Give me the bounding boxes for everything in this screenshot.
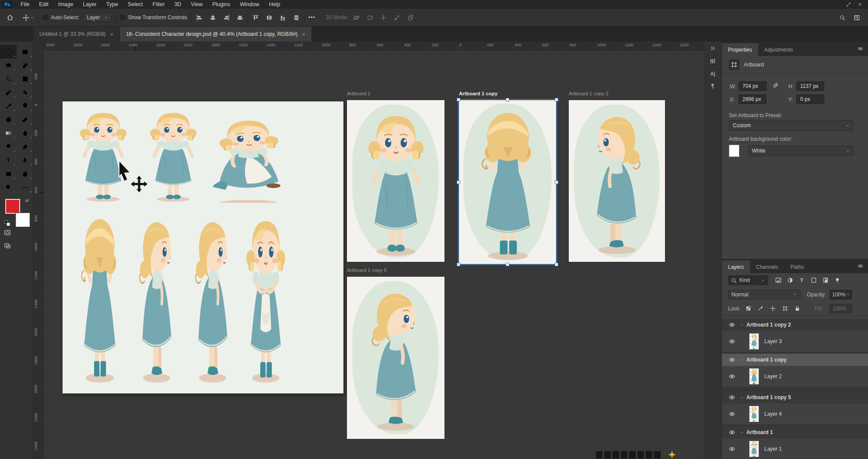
type-tool[interactable]: T	[0, 153, 17, 167]
menu-image[interactable]: Image	[53, 1, 78, 7]
artboard-label[interactable]: Artboard 1	[347, 91, 371, 97]
move-tool[interactable]	[0, 45, 17, 59]
foreground-color-swatch[interactable]	[5, 199, 20, 214]
layer-visibility-eye-icon[interactable]	[727, 429, 737, 436]
y-field[interactable]: 0 px	[796, 94, 824, 104]
close-tab-icon[interactable]: ×	[302, 31, 305, 38]
layer-visibility-eye-icon[interactable]	[727, 373, 737, 380]
photoshop-logo[interactable]: Ps	[3, 1, 12, 8]
artboard-label[interactable]: Artboard 1 copy 5	[347, 268, 387, 274]
menu-edit[interactable]: Edit	[34, 1, 53, 7]
filter-pixel-layers-icon[interactable]	[775, 277, 782, 284]
frame-tool[interactable]	[17, 72, 33, 86]
move-tool-indicator-icon[interactable]	[22, 14, 30, 21]
preset-dropdown[interactable]: Custom	[729, 120, 854, 131]
path-selection-tool[interactable]	[17, 153, 33, 167]
show-transform-controls-checkbox[interactable]	[120, 15, 125, 20]
lock-artboard-nesting-icon[interactable]	[782, 305, 788, 312]
width-field[interactable]: 704 px	[738, 81, 766, 91]
filter-type-layers-icon[interactable]: T	[798, 277, 805, 284]
tab-properties[interactable]: Properties	[722, 43, 758, 56]
artboard-label[interactable]: Artboard 1 copy 2	[569, 91, 609, 97]
layer-filter-toggle-icon[interactable]	[834, 277, 841, 284]
character-side-pose[interactable]	[357, 283, 434, 432]
3d-pan-icon[interactable]	[380, 14, 387, 21]
lock-image-pixels-icon[interactable]	[757, 305, 764, 312]
auto-select-target-dropdown[interactable]: Layer	[84, 13, 112, 22]
selection-handle[interactable]	[506, 98, 509, 101]
menu-select[interactable]: Select	[123, 1, 148, 7]
layer-visibility-eye-icon[interactable]	[727, 338, 737, 345]
ruler-horizontal[interactable]: 3000280026002400220020001800160014001200…	[44, 42, 704, 50]
selection-handle[interactable]	[457, 263, 460, 266]
panel-menu-icon[interactable]	[857, 263, 864, 269]
sliders-panel-icon[interactable]	[709, 58, 716, 65]
layers-row-artboard-artboard-1-copy-2[interactable]: Artboard 1 copy 2	[722, 319, 868, 331]
blend-mode-dropdown[interactable]: Normal	[728, 290, 801, 299]
chevron-down-icon[interactable]	[737, 323, 746, 327]
menu-3d[interactable]: 3D	[169, 1, 186, 7]
layer-thumbnail[interactable]	[749, 368, 759, 385]
align-horizontal-centers-icon[interactable]	[209, 14, 217, 21]
menu-window[interactable]: Window	[235, 1, 264, 7]
tab-consistent-character-design[interactable]: 16- Consistent Character design.psd @ 40…	[120, 27, 312, 42]
fill-field[interactable]: 100%	[830, 304, 852, 313]
ruler-origin-corner[interactable]	[33, 42, 44, 50]
resize-window-icon[interactable]	[846, 2, 851, 7]
menu-file[interactable]: File	[16, 1, 34, 7]
layer-thumbnail[interactable]	[749, 333, 759, 350]
gradient-tool[interactable]	[0, 126, 17, 140]
auto-select-checkbox[interactable]	[43, 15, 48, 20]
selection-handle[interactable]	[555, 181, 558, 184]
close-window-icon[interactable]: ×	[858, 1, 862, 8]
layer-thumbnail[interactable]	[749, 441, 759, 457]
x-field[interactable]: 2896 px	[738, 94, 766, 104]
menu-view[interactable]: View	[186, 1, 207, 7]
hand-tool[interactable]	[17, 167, 33, 181]
menu-filter[interactable]: Filter	[148, 1, 170, 7]
distribute-horizontal-centers-icon[interactable]	[266, 14, 273, 21]
align-vertical-centers-icon[interactable]	[236, 14, 244, 21]
align-right-edges-icon[interactable]	[223, 14, 230, 21]
dodge-tool[interactable]	[0, 140, 17, 153]
selection-handle[interactable]	[555, 263, 558, 266]
menu-type[interactable]: Type	[102, 1, 123, 7]
height-field[interactable]: 1137 px	[796, 81, 824, 91]
layers-row-layer-layer-4[interactable]: Layer 4	[722, 403, 868, 424]
lasso-tool[interactable]	[0, 59, 17, 72]
layers-row-layer-layer-3[interactable]: Layer 3	[722, 331, 868, 352]
character-side-pose[interactable]	[578, 106, 655, 256]
link-dimensions-icon[interactable]	[772, 82, 779, 89]
reference-image-layer[interactable]	[63, 101, 343, 393]
artboard-background-dropdown[interactable]: White	[748, 146, 854, 156]
layer-visibility-eye-icon[interactable]	[727, 356, 737, 363]
selection-handle[interactable]	[506, 263, 509, 266]
menu-plugins[interactable]: Plugins	[207, 1, 235, 7]
layers-row-artboard-artboard-1[interactable]: Artboard 1	[722, 426, 868, 438]
layer-visibility-eye-icon[interactable]	[727, 410, 737, 417]
3d-slide-icon[interactable]	[393, 14, 401, 21]
home-icon[interactable]	[6, 14, 14, 21]
history-brush-tool[interactable]	[0, 113, 17, 126]
3d-orbit-icon[interactable]	[353, 14, 360, 21]
crop-tool[interactable]	[0, 72, 17, 86]
lock-position-icon[interactable]	[770, 305, 776, 312]
tab-adjustments[interactable]: Adjustments	[758, 43, 799, 56]
chevron-down-icon[interactable]	[737, 395, 746, 400]
marquee-tool[interactable]	[17, 45, 33, 59]
distribute-vertical-centers-icon[interactable]	[293, 14, 300, 21]
eyedropper-tool[interactable]	[0, 86, 17, 99]
filter-smart-objects-icon[interactable]	[822, 277, 829, 284]
expand-panels-icon[interactable]	[710, 45, 716, 52]
artboard-label-selected[interactable]: Artboard 1 copy	[459, 91, 497, 97]
tab-layers[interactable]: Layers	[722, 261, 750, 273]
filter-shape-layers-icon[interactable]	[810, 277, 817, 284]
quick-mask-icon[interactable]	[4, 229, 11, 236]
menu-help[interactable]: Help	[264, 1, 285, 7]
menu-layer[interactable]: Layer	[78, 1, 101, 7]
character-panel-icon[interactable]: A|	[710, 71, 715, 77]
selection-handle[interactable]	[457, 181, 460, 184]
layers-row-artboard-artboard-1-copy-5[interactable]: Artboard 1 copy 5	[722, 391, 868, 403]
layers-row-layer-layer-2[interactable]: Layer 2	[722, 366, 868, 387]
ruler-vertical[interactable]: 2000200400600800100012001400160018002000…	[33, 50, 44, 459]
